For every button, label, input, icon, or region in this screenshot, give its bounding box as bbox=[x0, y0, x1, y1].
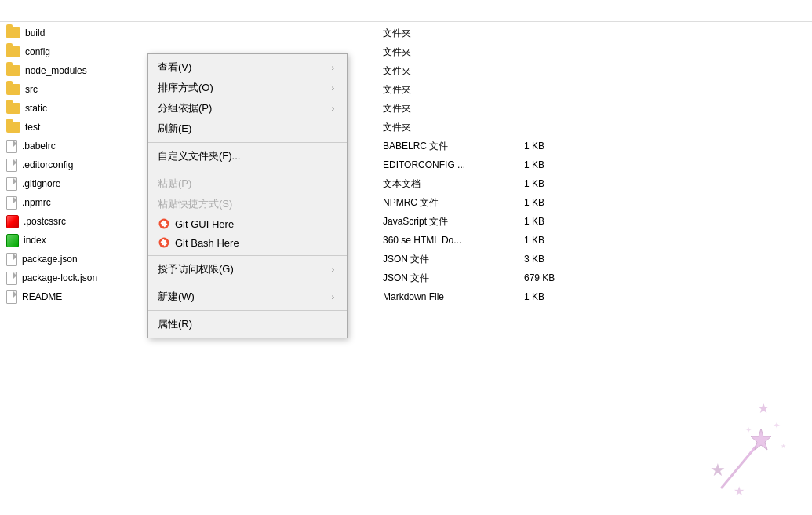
file-row[interactable]: build 文件夹 bbox=[0, 24, 812, 42]
file-row[interactable]: src 文件夹 bbox=[0, 80, 812, 99]
file-type: JSON 文件 bbox=[383, 253, 524, 266]
menu-item-grant-access[interactable]: 授予访问权限(G) › bbox=[148, 259, 347, 279]
menu-item-git-bash[interactable]: Git Bash Here bbox=[148, 233, 347, 252]
svg-marker-15 bbox=[751, 429, 771, 450]
file-row[interactable]: .babelrc 2021/8/27 9:30 BABELRC 文件 1 KB bbox=[0, 137, 812, 155]
file-name-label: .npmrc bbox=[22, 197, 51, 208]
svg-point-2 bbox=[165, 221, 166, 223]
menu-separator bbox=[148, 310, 347, 311]
file-name-label: package.json bbox=[22, 254, 78, 265]
file-type: 文件夹 bbox=[383, 46, 524, 59]
menu-separator bbox=[148, 170, 347, 170]
file-size: 1 KB bbox=[524, 141, 603, 152]
menu-item-sort[interactable]: 排序方式(O) › bbox=[148, 78, 347, 98]
file-type: JavaScript 文件 bbox=[383, 215, 524, 228]
file-name-label: index bbox=[24, 235, 46, 246]
postcss-icon bbox=[6, 215, 19, 228]
svg-point-7 bbox=[165, 243, 166, 245]
file-size: 1 KB bbox=[524, 197, 603, 208]
menu-item-label: 新建(W) bbox=[158, 290, 195, 304]
svg-text:★: ★ bbox=[734, 484, 745, 498]
menu-arrow: › bbox=[332, 84, 334, 93]
file-size: 1 KB bbox=[524, 216, 603, 227]
file-row[interactable]: .gitignore 2021/8/27 9:30 文本文档 1 KB bbox=[0, 174, 812, 193]
menu-item-paste-shortcut: 粘贴快捷方式(S) bbox=[148, 194, 347, 214]
file-size: 1 KB bbox=[524, 235, 603, 246]
file-type: NPMRC 文件 bbox=[383, 196, 524, 210]
file-type: 文件夹 bbox=[383, 102, 524, 115]
file-type: 文件夹 bbox=[383, 64, 524, 78]
file-icon bbox=[6, 140, 17, 153]
svg-text:★: ★ bbox=[757, 400, 770, 416]
menu-item-content: Git GUI Here bbox=[158, 217, 234, 230]
file-type: 文件夹 bbox=[383, 83, 524, 97]
menu-item-git-gui[interactable]: Git GUI Here bbox=[148, 214, 347, 233]
menu-item-label: Git GUI Here bbox=[175, 218, 234, 230]
svg-point-5 bbox=[162, 243, 163, 245]
file-name-label: build bbox=[25, 27, 45, 38]
file-name-label: .editorconfig bbox=[22, 159, 73, 170]
file-icon bbox=[6, 196, 17, 210]
menu-item-label: 分组依据(P) bbox=[158, 101, 212, 115]
file-size: 679 KB bbox=[524, 272, 603, 283]
menu-item-custom-folder[interactable]: 自定义文件夹(F)... bbox=[148, 146, 347, 166]
folder-icon bbox=[6, 84, 20, 95]
menu-item-properties[interactable]: 属性(R) bbox=[148, 314, 347, 334]
svg-text:★: ★ bbox=[710, 460, 726, 480]
file-icon bbox=[6, 177, 17, 191]
svg-text:✦: ✦ bbox=[773, 420, 781, 431]
folder-icon bbox=[6, 46, 20, 57]
file-name-label: src bbox=[25, 84, 38, 95]
svg-point-6 bbox=[165, 240, 166, 242]
file-icon bbox=[6, 272, 17, 285]
menu-item-label: 粘贴快捷方式(S) bbox=[158, 197, 232, 211]
menu-item-label: 自定义文件夹(F)... bbox=[158, 149, 240, 163]
file-row[interactable]: node_modules 文件夹 bbox=[0, 61, 812, 80]
file-list: build 文件夹 config 文件夹 node_modules 文件夹 sr… bbox=[0, 22, 812, 308]
file-name-label: config bbox=[25, 46, 50, 57]
svg-point-1 bbox=[162, 225, 163, 226]
folder-icon bbox=[6, 27, 20, 38]
svg-text:★: ★ bbox=[781, 443, 786, 450]
file-type: 文件夹 bbox=[383, 27, 524, 40]
menu-item-label: 粘贴(P) bbox=[158, 177, 191, 191]
file-row[interactable]: package-lock.json 2021/8/27 9:30 JSON 文件… bbox=[0, 268, 812, 287]
menu-separator bbox=[148, 142, 347, 143]
decoration-wand: ★ ✦ ✦ ★ ★ ★ bbox=[702, 397, 796, 499]
file-type: 文件夹 bbox=[383, 121, 524, 134]
menu-arrow: › bbox=[332, 64, 334, 72]
file-name-label: .gitignore bbox=[22, 178, 60, 189]
menu-arrow: › bbox=[332, 293, 334, 301]
file-name-label: static bbox=[25, 103, 47, 114]
file-row[interactable]: index 2021/8/27 9:30 360 se HTML Do... 1… bbox=[0, 231, 812, 250]
folder-icon bbox=[6, 122, 20, 133]
file-size: 1 KB bbox=[524, 291, 603, 302]
file-name-label: README bbox=[22, 291, 62, 302]
file-row[interactable]: package.json 2021/8/27 9:30 JSON 文件 3 KB bbox=[0, 250, 812, 268]
file-row[interactable]: .postcssrc 2021/8/27 9:30 JavaScript 文件 … bbox=[0, 212, 812, 231]
menu-item-paste: 粘贴(P) bbox=[148, 173, 347, 194]
menu-item-label: 排序方式(O) bbox=[158, 81, 213, 95]
file-row[interactable]: config 文件夹 bbox=[0, 42, 812, 61]
file-name-label: .postcssrc bbox=[24, 216, 66, 227]
git-icon bbox=[158, 236, 170, 249]
html-icon bbox=[6, 234, 19, 247]
file-row[interactable]: README 2021/8/27 9:30 Markdown File 1 KB bbox=[0, 287, 812, 306]
menu-arrow: › bbox=[332, 104, 334, 113]
file-row[interactable]: .editorconfig 2021/8/27 9:30 EDITORCONFI… bbox=[0, 155, 812, 174]
file-list-header bbox=[0, 0, 812, 22]
file-type: BABELRC 文件 bbox=[383, 140, 524, 153]
file-name-label: .babelrc bbox=[22, 141, 56, 152]
file-icon bbox=[6, 159, 17, 172]
file-name-label: test bbox=[25, 122, 40, 133]
file-row[interactable]: .npmrc 2021/8/27 9:30 NPMRC 文件 1 KB bbox=[0, 193, 812, 212]
menu-item-group[interactable]: 分组依据(P) › bbox=[148, 98, 347, 119]
file-size: 1 KB bbox=[524, 159, 603, 170]
file-row[interactable]: static 文件夹 bbox=[0, 99, 812, 118]
menu-item-new[interactable]: 新建(W) › bbox=[148, 287, 347, 307]
menu-item-refresh[interactable]: 刷新(E) bbox=[148, 119, 347, 139]
folder-icon bbox=[6, 65, 20, 76]
menu-item-view[interactable]: 查看(V) › bbox=[148, 57, 347, 78]
file-row[interactable]: test 文件夹 bbox=[0, 118, 812, 137]
file-type: Markdown File bbox=[383, 291, 524, 302]
